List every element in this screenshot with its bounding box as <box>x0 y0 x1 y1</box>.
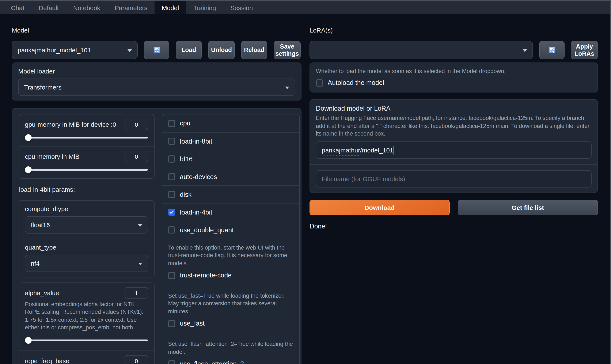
slider-track[interactable] <box>25 169 148 171</box>
lora-dropdown[interactable] <box>310 41 533 59</box>
autoload-checkbox[interactable] <box>316 79 323 87</box>
trust-remote-code-row: To enable this option, start the web UI … <box>162 239 299 287</box>
model-label: Model <box>12 26 301 34</box>
model-loader-block: Model loader Transformers <box>12 63 301 101</box>
rope-freq-base-row: rope_freq_base If greater than 0, will b… <box>19 351 154 364</box>
cpu-memory-value-input[interactable] <box>125 151 148 162</box>
load-in-4bit-checkbox[interactable] <box>168 208 175 216</box>
tab-parameters[interactable]: Parameters <box>107 1 155 14</box>
cpu-memory-slider[interactable] <box>25 166 148 173</box>
alpha-value-label: alpha_value <box>25 289 59 297</box>
model-loader-dropdown[interactable]: Transformers <box>18 78 295 96</box>
use-flash-attention-2-row: Set use_flash_attention_2=True while loa… <box>162 335 299 364</box>
gpu-memory-row: gpu-memory in MiB for device :0 <box>19 115 154 146</box>
quant-type-value: nf4 <box>31 260 40 267</box>
right-column: LoRA(s) Apply LoRAs Whether to load the … <box>310 26 598 364</box>
get-file-list-button[interactable]: Get file list <box>458 200 598 216</box>
checkbox-row-load-in-4bit: load-in-4bit <box>162 203 299 221</box>
compute-dtype-dropdown[interactable]: float16 <box>25 216 148 234</box>
reload-button[interactable]: Reload <box>241 41 267 59</box>
rope-freq-base-input[interactable] <box>125 355 148 364</box>
model-tab-content: Model pankajmathur_model_101 Load Unload… <box>0 14 611 364</box>
left-column: Model pankajmathur_model_101 Load Unload… <box>12 26 301 364</box>
refresh-models-button[interactable] <box>144 41 169 59</box>
auto-devices-checkbox[interactable] <box>168 173 175 180</box>
download-model-input[interactable]: pankajmathur/model_101 <box>316 142 592 159</box>
trust-remote-code-checkbox-label[interactable]: trust-remote-code <box>180 272 232 279</box>
slider-track[interactable] <box>25 137 148 139</box>
bf16-checkbox-label[interactable]: bf16 <box>180 155 193 163</box>
use-fast-checkbox[interactable] <box>168 320 175 327</box>
tab-training[interactable]: Training <box>186 1 223 14</box>
gpu-memory-value-input[interactable] <box>125 119 148 130</box>
use-double-quant-checkbox-label[interactable]: use_double_quant <box>180 226 234 234</box>
load-in-8bit-checkbox-label[interactable]: load-in-8bit <box>180 137 212 145</box>
disk-checkbox[interactable] <box>168 191 175 198</box>
gpu-memory-slider[interactable] <box>25 134 148 141</box>
cpu-checkbox[interactable] <box>168 120 175 127</box>
slider-handle[interactable] <box>25 134 32 141</box>
apply-loras-button[interactable]: Apply LoRAs <box>571 41 598 59</box>
alpha-value-description: Positional embeddings alpha factor for N… <box>25 301 148 332</box>
bf16-checkbox[interactable] <box>168 156 175 163</box>
memory-sliders-group: gpu-memory in MiB for device :0 <box>19 114 155 179</box>
download-status: Done! <box>310 223 598 230</box>
autoload-checkbox-label[interactable]: Autoload the model <box>328 79 384 87</box>
use-flash-attention-2-info: Set use_flash_attention_2=True while loa… <box>168 340 293 356</box>
tab-session[interactable]: Session <box>223 1 260 14</box>
use-fast-info: Set use_fast=True while loading the toke… <box>168 292 293 315</box>
tab-model[interactable]: Model <box>155 1 186 14</box>
load-in-4bit-checkbox-label[interactable]: load-in-4bit <box>180 208 212 216</box>
load-button[interactable]: Load <box>176 41 202 59</box>
use-double-quant-checkbox[interactable] <box>168 226 175 234</box>
model-dropdown-value: pankajmathur_model_101 <box>18 46 91 54</box>
autoload-block: Whether to load the model as soon as it … <box>310 63 598 93</box>
use-flash-attention-2-checkbox[interactable] <box>168 360 175 364</box>
auto-devices-checkbox-label[interactable]: auto-devices <box>180 173 217 181</box>
tab-bar: Chat Default Notebook Parameters Model T… <box>0 1 611 14</box>
slider-track[interactable] <box>25 340 148 341</box>
compute-dtype-row: compute_dtype float16 <box>19 201 154 239</box>
refresh-loras-button[interactable] <box>539 41 565 59</box>
save-settings-button[interactable]: Save settings <box>274 41 301 59</box>
checkbox-row-auto-devices: auto-devices <box>162 168 299 185</box>
text-cursor <box>394 146 394 155</box>
slider-handle[interactable] <box>25 337 32 344</box>
use-flash-attention-2-checkbox-label[interactable]: use_flash_attention_2 <box>180 360 244 364</box>
disk-checkbox-label[interactable]: disk <box>180 191 192 198</box>
load-in-4bit-params-label: load-in-4bit params: <box>19 186 154 193</box>
cpu-checkbox-label[interactable]: cpu <box>180 119 190 127</box>
alpha-value-slider[interactable] <box>25 337 148 344</box>
lora-label: LoRA(s) <box>310 26 598 34</box>
download-buttons-row: Download Get file list <box>310 200 598 216</box>
divider <box>310 165 598 165</box>
checkbox-row-load-in-8bit: load-in-8bit <box>162 132 299 150</box>
alpha-value-input[interactable] <box>125 287 148 299</box>
checkbox-row-cpu: cpu <box>162 115 299 132</box>
tab-chat[interactable]: Chat <box>4 1 31 14</box>
quant-dropdowns-group: compute_dtype float16 quant_type nf4 <box>19 200 155 277</box>
unload-button[interactable]: Unload <box>208 41 235 59</box>
checkbox-row-bf16: bf16 <box>162 150 299 168</box>
use-fast-row: Set use_fast=True while loading the toke… <box>162 287 299 335</box>
rope-group: alpha_value Positional embeddings alpha … <box>19 283 155 364</box>
file-name-input[interactable] <box>316 170 592 188</box>
autoload-info: Whether to load the model as soon as it … <box>316 67 592 75</box>
quant-type-row: quant_type nf4 <box>19 239 154 277</box>
download-block: Download model or LoRA Enter the Hugging… <box>310 99 598 193</box>
use-fast-checkbox-label[interactable]: use_fast <box>180 320 205 327</box>
tab-default[interactable]: Default <box>31 1 66 14</box>
chevron-down-icon <box>128 49 132 52</box>
refresh-icon <box>549 47 555 53</box>
model-loader-value: Transformers <box>24 84 61 91</box>
quant-type-dropdown[interactable]: nf4 <box>25 255 148 272</box>
trust-remote-code-checkbox[interactable] <box>168 272 175 279</box>
scrollbar-edge[interactable] <box>610 0 611 364</box>
download-button[interactable]: Download <box>310 200 450 216</box>
tab-notebook[interactable]: Notebook <box>66 1 107 14</box>
load-in-8bit-checkbox[interactable] <box>168 138 175 145</box>
model-dropdown[interactable]: pankajmathur_model_101 <box>12 41 138 59</box>
loader-params-block: gpu-memory in MiB for device :0 <box>12 108 301 364</box>
slider-handle[interactable] <box>25 166 32 173</box>
alpha-value-row: alpha_value Positional embeddings alpha … <box>19 283 154 351</box>
